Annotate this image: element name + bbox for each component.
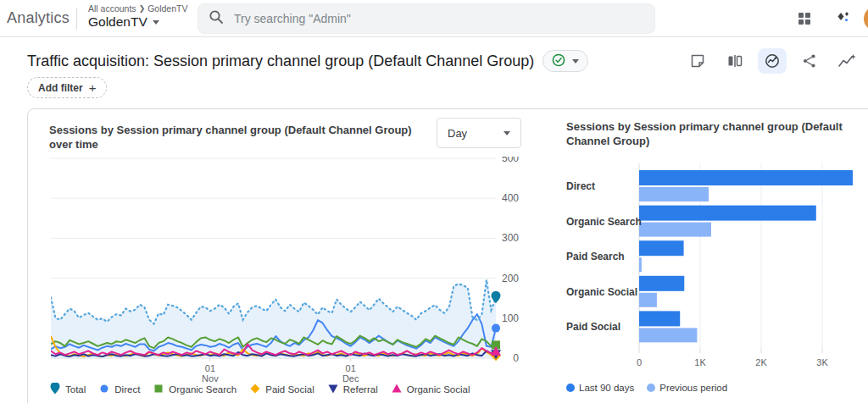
legend-label: Previous period: [659, 383, 727, 393]
property-selector[interactable]: GoldenTV: [88, 14, 187, 30]
bar-current-direct: [639, 170, 853, 185]
y-axis-label: 500: [502, 157, 519, 164]
legend-label: Organic Search: [169, 384, 236, 395]
add-filter-label: Add filter: [38, 82, 83, 94]
chevron-down-icon: [504, 131, 510, 135]
search-icon: [209, 9, 224, 28]
bar-chart-title: Sessions by Session primary channel grou…: [566, 119, 861, 148]
legend-label: Total: [65, 384, 86, 395]
app-header: Analytics All accounts ❯ GoldenTV Golden…: [0, 0, 868, 37]
chevron-down-icon: [572, 59, 579, 63]
square-marker: [155, 385, 163, 393]
line-chart-title: Sessions by Session primary channel grou…: [49, 123, 431, 152]
y-axis-label: 300: [502, 232, 519, 244]
x-axis-label: 2K: [755, 357, 767, 367]
granularity-select[interactable]: Day: [437, 118, 521, 148]
circle-marker: [101, 385, 108, 393]
category-label: Direct: [566, 180, 595, 192]
bar-previous-paid-search: [639, 257, 642, 272]
account-breadcrumb: All accounts ❯ GoldenTV: [88, 3, 187, 14]
legend-dot: [566, 384, 575, 392]
legend-item-last-90-days: Last 90 days: [566, 383, 634, 393]
sessions-over-time-chart: 010020030040050001Nov01Dec: [51, 157, 526, 382]
bar-current-paid-social: [639, 311, 680, 326]
legend-label: Last 90 days: [579, 383, 634, 393]
legend-item-previous-period: Previous period: [647, 383, 727, 393]
property-name: GoldenTV: [88, 14, 147, 30]
analytics-logo[interactable]: Analytics: [7, 9, 70, 27]
bar-previous-organic-social: [639, 293, 657, 307]
legend-item-total: Total: [49, 383, 86, 395]
data-quality-badge[interactable]: [542, 50, 588, 72]
category-label: Paid Social: [566, 321, 620, 333]
x-axis-label: 1K: [694, 357, 706, 367]
diamond-marker: [251, 384, 260, 394]
bar-current-paid-search: [639, 240, 684, 256]
header-actions: [797, 0, 853, 37]
y-axis-label: 400: [502, 192, 519, 204]
legend-item-organic-social: Organic Social: [391, 383, 470, 395]
insights-icon[interactable]: [832, 48, 861, 74]
legend-dot: [647, 384, 655, 392]
triangle-down-marker: [328, 385, 337, 394]
user-avatar[interactable]: [864, 6, 868, 31]
account-name-label: GoldenTV: [147, 3, 187, 14]
line-chart-legend: TotalDirectOrganic SearchPaid SocialRefe…: [49, 383, 470, 395]
page-title: Traffic acquisition: Session primary cha…: [27, 52, 534, 70]
reporting-snapshot-icon[interactable]: [758, 48, 787, 74]
category-label: Organic Search: [566, 216, 642, 228]
header-divider: [76, 8, 77, 30]
pin-marker: [492, 291, 501, 304]
analytics-app: Analytics All accounts ❯ GoldenTV Golden…: [0, 0, 868, 403]
granularity-value: Day: [448, 127, 467, 140]
bar-previous-organic-search: [639, 223, 711, 237]
legend-item-paid-social: Paid Social: [249, 383, 314, 395]
apps-grid-icon[interactable]: [797, 11, 812, 26]
x-axis-label: Dec: [342, 373, 359, 382]
plus-icon: +: [89, 80, 97, 95]
category-label: Paid Search: [566, 251, 625, 262]
verified-check-icon: [552, 53, 565, 69]
x-axis-label: 01: [346, 363, 356, 373]
all-accounts-label: All accounts: [88, 3, 136, 14]
legend-item-referral: Referral: [327, 383, 378, 395]
x-axis-label: 01: [205, 363, 215, 373]
legend-item-organic-search: Organic Search: [153, 383, 236, 395]
total-area-fill: [51, 279, 496, 358]
triangle-up-marker: [392, 384, 401, 393]
category-label: Organic Social: [566, 286, 637, 298]
share-icon[interactable]: [795, 48, 824, 74]
legend-label: Referral: [343, 384, 378, 395]
search-input[interactable]: [234, 12, 644, 25]
notes-icon[interactable]: [683, 48, 712, 74]
x-axis-label: 3K: [816, 357, 828, 367]
chevron-down-icon: [153, 20, 159, 25]
legend-label: Organic Social: [407, 384, 470, 395]
y-axis-label: 0: [513, 352, 519, 364]
gemini-sparkle-icon[interactable]: [834, 9, 853, 28]
sessions-by-channel-chart: 01K2K3KDirectOrganic SearchPaid SearchOr…: [566, 157, 868, 377]
account-switcher[interactable]: All accounts ❯ GoldenTV GoldenTV: [88, 3, 187, 30]
pin-marker: [51, 383, 60, 395]
legend-label: Direct: [114, 384, 140, 395]
add-filter-button[interactable]: Add filter +: [27, 77, 107, 98]
chevron-right-icon: ❯: [139, 4, 146, 13]
bar-chart-legend: Last 90 daysPrevious period: [566, 383, 727, 393]
search-bar[interactable]: [198, 3, 655, 34]
circle-marker: [492, 324, 500, 333]
report-toolbar: [683, 47, 861, 75]
x-axis-label: Nov: [202, 373, 219, 382]
bar-current-organic-search: [639, 206, 816, 221]
bar-previous-direct: [639, 187, 709, 202]
y-axis-label: 100: [502, 312, 519, 324]
bar-previous-paid-social: [639, 328, 697, 342]
bar-current-organic-social: [639, 276, 684, 291]
edit-comparison-icon[interactable]: [721, 48, 749, 74]
legend-item-direct: Direct: [98, 383, 140, 395]
legend-label: Paid Social: [265, 384, 314, 395]
y-axis-label: 200: [502, 273, 519, 284]
x-axis-label: 0: [637, 357, 642, 367]
